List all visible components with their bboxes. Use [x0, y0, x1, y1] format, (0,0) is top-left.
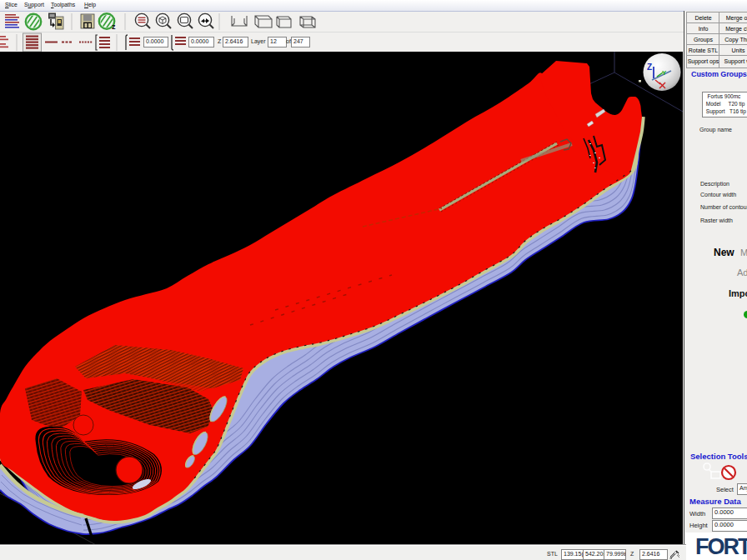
svg-text:Y: Y — [662, 69, 667, 77]
svg-text:Z: Z — [647, 62, 652, 72]
svg-text:z: z — [112, 22, 116, 31]
